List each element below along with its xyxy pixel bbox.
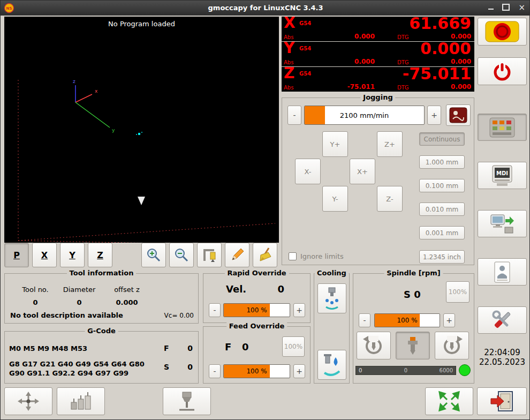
window-title: gmoccapy for LinuxCNC 3.4.3 [1,4,530,12]
window-titlebar[interactable]: NS gmoccapy for LinuxCNC 3.4.3 × [1,1,530,16]
tool-measure-button[interactable] [163,387,211,415]
rapid-slider[interactable]: 100 % [223,303,290,317]
f-label: F [164,344,169,352]
minimize-button[interactable] [488,5,494,10]
exit-button[interactable] [477,387,527,415]
gcode-frame: G-Code M0 M5 M9 M48 M53 F 0 G8 G17 G21 G… [4,331,199,384]
clear-plot-button[interactable] [253,243,277,267]
manual-panel-icon [489,117,515,138]
edit-offsets-button[interactable] [225,243,249,267]
machine-on-button[interactable] [478,57,527,85]
plus-label: + [296,306,302,314]
turtle-jog-button[interactable] [446,104,471,126]
zoom-in-button[interactable] [141,243,166,267]
dro-row-x[interactable]: X G54 61.669 Abs 0.000 DTG 0.000 [282,17,474,41]
spindle-ccw-button[interactable] [357,332,391,359]
feed-f-label: F [225,341,231,352]
block-height-button[interactable] [57,387,105,415]
tool-no-header: Tool no. [17,286,54,294]
feed-reset-button[interactable]: 100% [282,336,305,357]
close-button[interactable]: × [518,4,525,11]
rapid-minus-button[interactable]: - [209,303,221,317]
exit-door-icon [490,390,514,412]
spindle-ccw-icon [362,335,385,356]
jog-z-minus-button[interactable]: Z- [377,186,403,212]
clock-date: 22.05.2023 [478,357,527,367]
dro-dtg-label: DTG [397,34,409,40]
zoom-out-button[interactable] [169,243,194,267]
increment-1mm-button[interactable]: 1.000 mm [419,155,465,169]
spindle-slider-label: 100 % [375,314,440,327]
spindle-slider[interactable]: 100 % [374,313,440,327]
gremlin-preview[interactable]: No Program loaded z x y [4,17,279,243]
increment-label: 0.001 mm [426,229,459,237]
feed-slider[interactable]: 100 % [223,364,290,378]
tool-cone [138,197,145,205]
estop-icon [484,20,520,43]
axis-z-label: z [73,79,75,84]
rapid-override-frame: Rapid Override Vel. 0 - 100 % + [203,273,311,323]
increment-label: Continuous [424,136,460,143]
increment-01mm-button[interactable]: 0.100 mm [419,179,465,192]
touch-off-icon [17,391,40,412]
spindle-bar-max: 6000 [440,368,453,373]
feed-plus-button[interactable]: + [293,364,305,378]
jog-x-minus-button[interactable]: X- [295,159,321,184]
jog-y-minus-button[interactable]: Y- [322,186,348,212]
manual-mode-button[interactable] [478,114,527,141]
settings-button[interactable] [478,306,527,334]
auto-mode-button[interactable] [478,210,527,237]
fullscreen-button[interactable] [425,387,473,415]
dro-row-z[interactable]: Z G54 -75.011 Abs -75.011 DTG 0.000 [282,67,474,92]
spindle-stop-button[interactable] [396,332,430,359]
increment-continuous-button[interactable]: Continuous [419,132,465,146]
jog-speed-slider[interactable]: 2100 mm/min [304,106,425,125]
ignore-limits-checkbox[interactable] [289,252,297,260]
s-label: S [164,363,169,371]
spindle-plus-button[interactable]: + [443,313,455,327]
user-tabs-button[interactable] [478,258,527,286]
plus-label: + [431,111,437,119]
view-perspective-button[interactable]: P [4,243,29,267]
unit-toggle-button[interactable]: 1.2345 inch [419,250,465,264]
jog-x-plus-button[interactable]: X+ [350,159,375,184]
minus-label: - [363,316,366,325]
spindle-cw-button[interactable] [435,332,469,359]
axis-x-label: x [95,88,98,94]
tool-dimensions-button[interactable] [197,243,222,267]
jog-z-plus-button[interactable]: Z+ [377,131,403,157]
rapid-plus-button[interactable]: + [293,303,305,317]
spindle-stop-icon [401,335,425,356]
increment-001mm-button[interactable]: 0.010 mm [419,202,465,216]
view-y-button[interactable]: Y [60,243,85,267]
spindle-reset-button[interactable]: 100% [446,281,470,303]
plus-label: + [296,367,302,376]
clock: 22:04:09 22.05.2023 [478,348,527,367]
mist-button[interactable] [317,283,346,313]
feed-minus-button[interactable]: - [209,364,221,378]
dro-abs-value: 0.000 [330,58,375,65]
jog-speed-minus-button[interactable]: - [287,106,301,125]
mdi-mode-button[interactable]: MDI [478,162,527,189]
jog-speed-label: 2100 mm/min [305,106,424,124]
view-z-button[interactable]: Z [88,243,112,267]
spindle-minus-button[interactable]: - [359,313,370,327]
estop-button[interactable] [478,18,527,46]
flood-button[interactable] [317,350,346,380]
spindle-at-speed-led [459,364,471,376]
preview-message: No Program loaded [4,20,279,28]
view-x-button[interactable]: X [32,243,57,267]
dro-abs-value: -75.011 [330,83,375,91]
dro-system: G54 [299,20,311,26]
tool-info-frame: Tool information Tool no. Diameter offse… [4,273,199,324]
maximize-button[interactable] [502,4,510,11]
jog-y-plus-button[interactable]: Y+ [322,131,348,157]
increment-0001mm-button[interactable]: 0.001 mm [419,226,465,239]
jog-speed-plus-button[interactable]: + [427,106,441,125]
spindle-cw-icon [440,335,464,356]
dro-dtg-value: 0.000 [426,83,471,91]
dro-row-y[interactable]: Y G54 0.000 Abs 0.000 DTG 0.000 [282,42,474,66]
cooling-title: Cooling [314,269,349,277]
minus-label: - [293,111,296,119]
touch-off-button[interactable] [4,387,52,415]
